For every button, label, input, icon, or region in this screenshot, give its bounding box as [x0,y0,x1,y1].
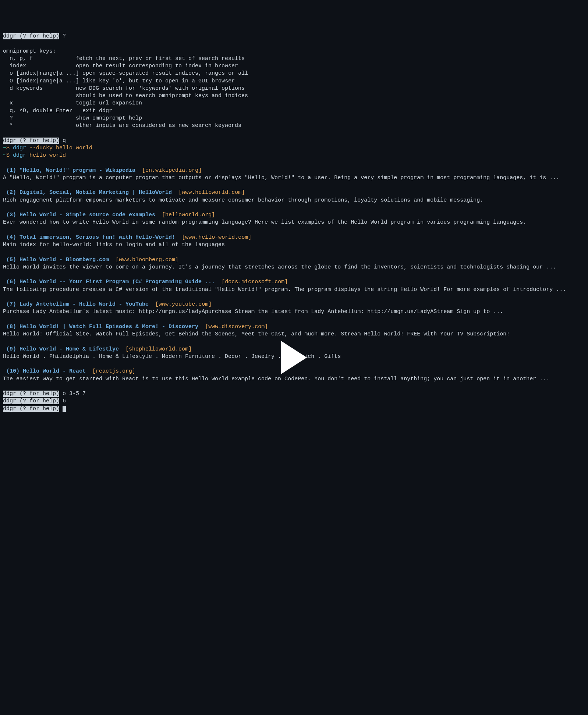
command-args: hello world [26,152,66,159]
ddgr-prompt-label: ddgr (? for help) [3,406,59,412]
result-title: Lady Antebellum - Hello World - YouTube [20,301,149,307]
result-index: (8) [3,324,20,330]
result-index: (6) [3,279,20,285]
result-url: [www.youtube.com] [155,301,212,307]
help-row: should be used to search omniprompt keys… [3,93,248,99]
ddgr-prompt-label: ddgr (? for help) [3,33,59,39]
help-row: n, p, f fetch the next, prev or first se… [3,56,245,62]
prompt-input-question: ? [59,33,66,39]
result-description: A "Hello, World!" program is a computer … [3,175,559,181]
terminal-cursor [63,406,66,412]
result-description: Ever wondered how to write Hello World i… [3,219,526,225]
result-description: Hello World! Official Site. Watch Full E… [3,331,510,337]
help-header: omniprompt keys: [3,48,56,54]
command-name: ddgr [13,152,26,159]
result-index: (9) [3,346,20,352]
result-title: Total immersion, Serious fun! with Hello… [20,234,175,241]
help-row: o [index|range|a ...] open space-separat… [3,70,248,77]
help-row: q, ^D, double Enter exit ddgr [3,108,112,114]
result-description: Purchase Lady Antebellum's latest music:… [3,309,503,315]
prompt-input-six: 6 [59,398,66,404]
command-name: ddgr [13,145,26,151]
result-description: Main index for hello-world: links to log… [3,242,225,248]
result-url: [docs.microsoft.com] [222,279,288,285]
help-row: ? show omniprompt help [3,115,142,121]
result-index: (7) [3,301,20,307]
ddgr-prompt-label: ddgr (? for help) [3,398,59,404]
result-url: [reactjs.org] [92,368,135,374]
prompt-input-current[interactable] [59,406,63,412]
result-description: Rich engagement platform empowers market… [3,197,483,203]
help-row: index open the result corresponding to i… [3,63,238,69]
shell-prompt-dollar: $ [6,152,13,159]
result-title: Hello World - React [23,368,86,374]
result-url: [www.helloworld.com] [178,189,245,196]
result-description: The easiest way to get started with Reac… [3,376,549,382]
shell-prompt-tilde: ~ [3,145,6,151]
result-title: Hello World - Home & Lifestlye [20,346,119,352]
result-title: "Hello, World!" program - Wikipedia [20,167,135,174]
result-index: (4) [3,234,20,241]
result-url: [www.bloomberg.com] [116,257,178,263]
result-url: [en.wikipedia.org] [142,167,202,174]
help-row: d keywords new DDG search for 'keywords'… [3,85,245,92]
result-index: (5) [3,257,20,263]
result-url: [www.discovery.com] [205,324,268,330]
result-url: [helloworld.org] [162,212,215,218]
help-row: O [index|range|a ...] like key 'o', but … [3,78,235,84]
result-index: (10) [3,368,23,374]
result-index: (3) [3,212,20,218]
play-icon[interactable] [281,341,307,374]
result-title: Hello World -- Your First Program (C# Pr… [20,279,215,285]
ddgr-prompt-label: ddgr (? for help) [3,138,59,144]
prompt-input-open: o 3-5 7 [59,391,86,397]
shell-prompt-tilde: ~ [3,152,6,159]
result-url: [www.hello-world.com] [182,234,251,241]
result-title: Digital, Social, Mobile Marketing | Hell… [20,189,172,196]
help-row: x toggle url expansion [3,100,142,106]
result-description: The following procedure creates a C# ver… [3,287,566,293]
help-row: * other inputs are considered as new sea… [3,122,241,129]
command-args: --ducky hello world [26,145,92,151]
result-url: [shophelloworld.com] [125,346,192,352]
prompt-input-q: q [59,138,66,144]
result-index: (2) [3,189,20,196]
result-title: Hello World - Bloomberg.com [20,257,109,263]
shell-prompt-dollar: $ [6,145,13,151]
result-title: Hello World! | Watch Full Episodes & Mor… [20,324,198,330]
result-title: Hello World - Simple source code example… [20,212,155,218]
result-description: Hello World invites the viewer to come o… [3,264,556,270]
ddgr-prompt-label: ddgr (? for help) [3,391,59,397]
result-index: (1) [3,167,20,174]
